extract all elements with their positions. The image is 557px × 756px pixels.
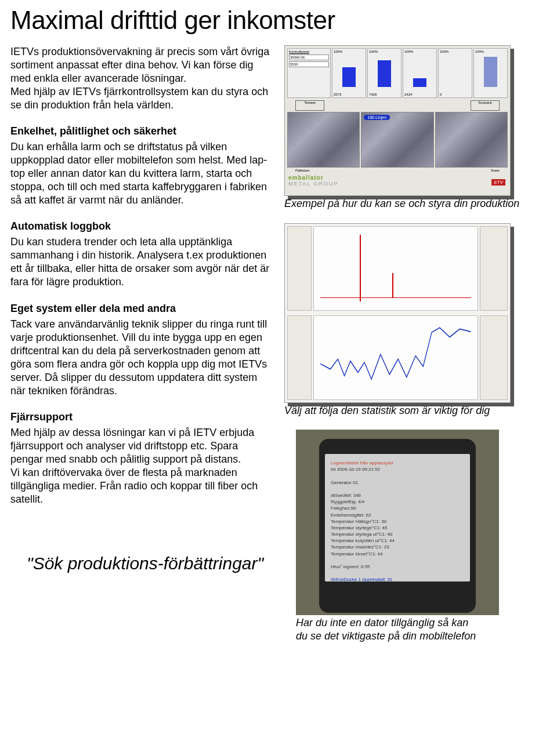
caption-3: Har du inte en dator tillgänglig så kan … xyxy=(296,616,482,642)
brand-logo-2: METAL GROUP xyxy=(288,181,507,187)
section3-heading: Eget system eller dela med andra xyxy=(10,302,272,315)
section2-heading: Automatisk loggbok xyxy=(10,220,272,233)
section1-heading: Enkelhet, pålitlighet och säkerhet xyxy=(10,125,272,138)
etv-logo: ETV xyxy=(491,179,505,186)
section2-body: Du kan studera trender och leta alla upp… xyxy=(10,235,272,289)
section4-body: Med hjälp av dessa lösningar kan vi på I… xyxy=(10,426,272,506)
charts-screenshot xyxy=(284,223,511,403)
intro-text: IETVs produktionsövervakning är precis s… xyxy=(10,45,272,112)
control-panel-label: Kontrollpanel xyxy=(289,50,329,53)
page-title: Maximal drifttid ger inkomster xyxy=(10,6,547,35)
section3-body: Tack vare användarvänlig teknik slipper … xyxy=(10,318,272,398)
pull-quote: "Sök produktions-förbättringar" xyxy=(10,553,272,575)
section1-body: Du kan erhålla larm och se driftstatus p… xyxy=(10,140,272,207)
brand-logo-1: emballator xyxy=(288,175,507,181)
phone-photo: Logmenthelm från applausplottid 2009-10-… xyxy=(296,430,499,615)
dashboard-screenshot: Kontrollpanel 35590 06 5533 100%2573 100… xyxy=(284,45,511,196)
section4-heading: Fjärrsupport xyxy=(10,410,272,424)
line-label: 180-Linjen xyxy=(364,115,390,120)
